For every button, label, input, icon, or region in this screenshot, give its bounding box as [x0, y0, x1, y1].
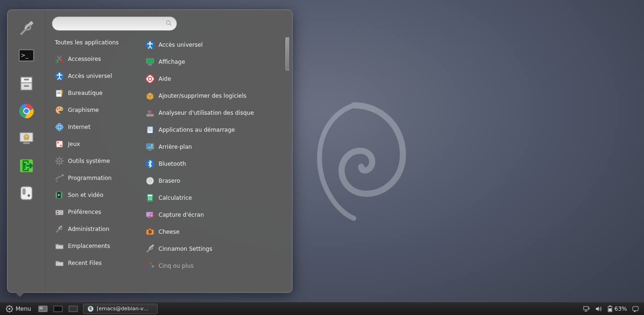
svg-point-106 [147, 263, 149, 265]
category-item[interactable]: Graphisme [52, 102, 137, 119]
workspace-2-button[interactable] [66, 304, 80, 314]
scissors-icon [55, 54, 64, 64]
tools-icon [18, 21, 34, 37]
svg-point-45 [59, 160, 60, 162]
sidebar-shutdown[interactable] [17, 184, 36, 203]
taskbar-window-emacs[interactable]: [emacs@debian-vm... [83, 304, 158, 314]
show-desktop-button[interactable] [36, 304, 50, 314]
help-icon [145, 74, 155, 84]
category-label: Graphisme [68, 107, 99, 113]
category-item[interactable]: Administration [52, 221, 137, 238]
app-label: Affichage [159, 59, 185, 65]
taskbar-window-label: [emacs@debian-vm... [97, 306, 153, 312]
svg-rect-80 [146, 144, 154, 149]
screenshot-icon [145, 210, 155, 220]
power-icon [18, 185, 34, 201]
category-label: Jeux [68, 141, 80, 147]
svg-point-108 [152, 265, 154, 268]
accessibility-icon [145, 40, 155, 50]
svg-rect-83 [149, 150, 151, 151]
sidebar-chrome[interactable] [17, 102, 36, 120]
category-item[interactable]: Son et vidéo [52, 187, 137, 204]
sidebar-terminal[interactable]: >_ [17, 47, 36, 66]
category-item[interactable]: Programmation [52, 170, 137, 187]
category-label: Administration [68, 226, 109, 232]
bluetooth-icon [145, 159, 155, 169]
category-item[interactable]: Outils système [52, 153, 137, 170]
category-item[interactable]: Jeux [52, 136, 137, 153]
cheese-icon [145, 227, 155, 237]
search-wrap [52, 17, 177, 31]
app-item[interactable]: Capture d'écran [142, 206, 286, 223]
category-label: Accessoires [68, 56, 101, 62]
app-label: Accès universel [159, 42, 203, 48]
category-item[interactable]: Bureautique [52, 85, 137, 102]
svg-point-107 [150, 263, 152, 265]
app-item[interactable]: Bluetooth [142, 155, 286, 172]
dice-icon [55, 139, 64, 149]
svg-point-79 [147, 128, 148, 128]
svg-line-102 [147, 249, 150, 252]
category-label: Son et vidéo [68, 192, 103, 198]
app-item[interactable]: Arrière-plan [142, 138, 286, 155]
five-balls-icon [145, 261, 155, 271]
svg-point-36 [59, 108, 60, 109]
svg-rect-68 [146, 59, 154, 63]
category-item[interactable]: Accessoires [52, 51, 137, 68]
app-item[interactable]: Applications au démarrage [142, 121, 286, 138]
svg-point-23 [27, 195, 30, 197]
network-tray-icon[interactable] [583, 306, 590, 312]
svg-point-110 [146, 266, 149, 269]
category-item[interactable]: Préférences [52, 204, 137, 221]
menu-button[interactable]: Menu [2, 304, 35, 314]
sound-tray-icon[interactable] [595, 306, 602, 312]
app-item[interactable]: Brasero [142, 172, 286, 189]
category-item[interactable]: Accès universel [52, 68, 137, 85]
svg-point-101 [150, 231, 151, 233]
svg-rect-126 [584, 306, 588, 310]
app-label: Applications au démarrage [159, 127, 235, 133]
sidebar-logout[interactable] [17, 156, 36, 175]
svg-rect-122 [40, 307, 42, 309]
palette-icon [55, 105, 64, 115]
folder-icon [55, 241, 64, 251]
svg-rect-75 [147, 127, 153, 133]
app-item[interactable]: Affichage [142, 53, 286, 70]
app-item[interactable]: Analyseur d'utilisation des disque [142, 104, 286, 121]
category-item[interactable]: Emplacements [52, 238, 137, 255]
app-item[interactable]: Accès universel [142, 36, 286, 53]
search-input[interactable] [52, 17, 177, 31]
app-item[interactable]: Aide [142, 70, 286, 87]
workspace-1-button[interactable] [51, 304, 65, 314]
app-label: Capture d'écran [159, 212, 204, 218]
category-label: Bureautique [68, 90, 103, 96]
admin-icon [55, 224, 64, 234]
app-item[interactable]: Cinq ou plus [142, 257, 286, 274]
app-label: Ajouter/supprimer des logiciels [159, 93, 246, 99]
svg-point-109 [149, 267, 151, 269]
category-item[interactable]: Recent Files [52, 255, 137, 272]
category-item[interactable]: Internet [52, 119, 137, 136]
file-cabinet-icon [18, 76, 34, 92]
svg-rect-60 [57, 211, 59, 212]
sidebar-lock[interactable] [17, 129, 36, 148]
sidebar-files[interactable] [17, 74, 36, 93]
sidebar-settings[interactable] [17, 19, 36, 38]
app-item[interactable]: Ajouter/supprimer des logiciels [142, 87, 286, 104]
app-label: Aide [159, 76, 171, 82]
notification-tray-icon[interactable] [632, 306, 639, 312]
svg-rect-99 [149, 229, 151, 230]
app-item[interactable]: Cinnamon Settings [142, 240, 286, 257]
app-item[interactable]: Cheese [142, 223, 286, 240]
terminal-icon: >_ [18, 48, 34, 64]
office-icon [55, 88, 64, 98]
exit-icon [18, 158, 34, 174]
taskbar: Menu [emacs@debian-vm... 63% [0, 302, 644, 315]
apps-scrollbar[interactable] [285, 37, 289, 70]
svg-rect-95 [146, 212, 153, 217]
svg-point-91 [151, 197, 152, 198]
applications-menu: >_ Toutes les applications AccessoiresAc… [7, 9, 293, 293]
svg-rect-135 [633, 306, 638, 311]
app-item[interactable]: Calculatrice [142, 189, 286, 206]
battery-tray[interactable]: 63% [607, 306, 627, 312]
